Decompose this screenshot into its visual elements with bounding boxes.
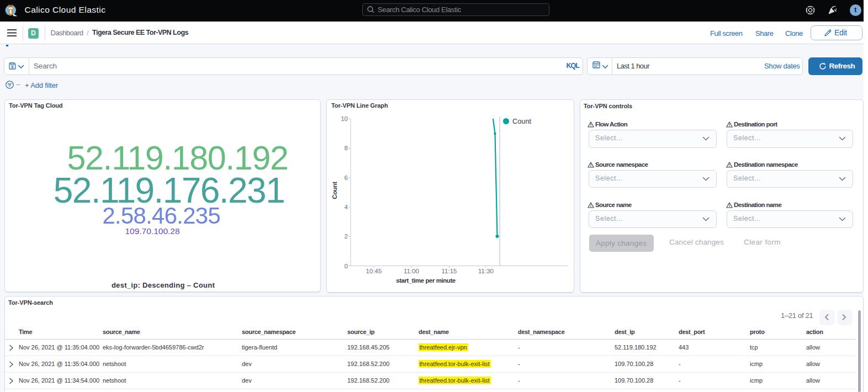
svg-text:11:30: 11:30: [478, 268, 494, 274]
svg-text:10: 10: [341, 115, 348, 122]
svg-text:6: 6: [345, 174, 348, 181]
svg-text:8: 8: [345, 145, 348, 151]
svg-text:2: 2: [345, 233, 348, 240]
svg-text:4: 4: [345, 204, 348, 210]
svg-text:10:45: 10:45: [366, 268, 382, 274]
svg-text:11:00: 11:00: [404, 268, 419, 274]
svg-text:11:15: 11:15: [442, 268, 457, 274]
svg-text:0: 0: [345, 263, 348, 269]
svg-text:start_time per minute: start_time per minute: [396, 277, 456, 284]
svg-text:Count: Count: [512, 118, 531, 125]
svg-text:Count: Count: [331, 182, 338, 199]
